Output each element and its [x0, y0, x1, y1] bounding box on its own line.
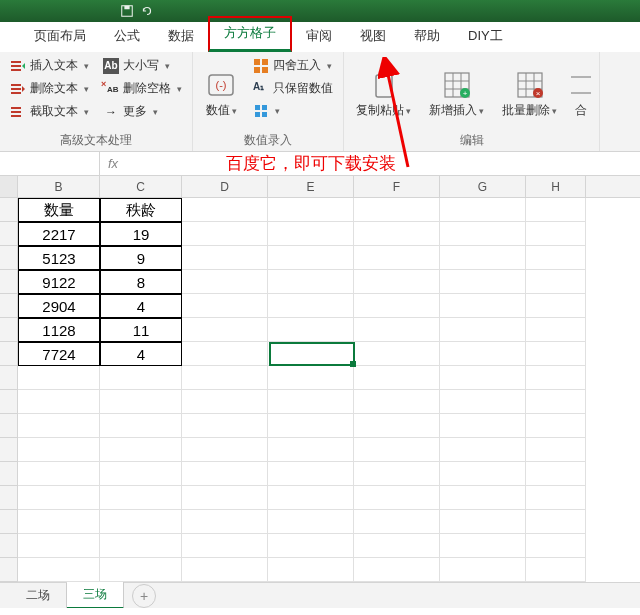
cell[interactable]: [182, 366, 268, 390]
row-header[interactable]: [0, 414, 18, 438]
batch-delete-button[interactable]: × 批量删除: [498, 56, 561, 130]
col-header[interactable]: H: [526, 176, 586, 197]
cell[interactable]: [182, 558, 268, 582]
new-insert-button[interactable]: + 新增插入: [425, 56, 488, 130]
cell[interactable]: [354, 294, 440, 318]
cell[interactable]: [18, 510, 100, 534]
cell[interactable]: [440, 342, 526, 366]
cell[interactable]: [18, 414, 100, 438]
cell[interactable]: 2217: [18, 222, 100, 246]
copy-paste-button[interactable]: 复制粘贴: [352, 56, 415, 130]
cell[interactable]: [526, 198, 586, 222]
cell[interactable]: [440, 198, 526, 222]
cell[interactable]: [268, 414, 354, 438]
cell[interactable]: [526, 318, 586, 342]
cell[interactable]: [526, 342, 586, 366]
merge-button[interactable]: 合: [571, 56, 591, 130]
row-header[interactable]: [0, 486, 18, 510]
cell[interactable]: 数量: [18, 198, 100, 222]
cell[interactable]: [526, 414, 586, 438]
cell[interactable]: [526, 366, 586, 390]
cell[interactable]: [354, 270, 440, 294]
cell[interactable]: 8: [100, 270, 182, 294]
cell[interactable]: [182, 342, 268, 366]
cell[interactable]: [100, 534, 182, 558]
cell[interactable]: [100, 390, 182, 414]
cell[interactable]: [268, 534, 354, 558]
cell[interactable]: [526, 222, 586, 246]
cell[interactable]: [268, 222, 354, 246]
cell[interactable]: [182, 390, 268, 414]
cell[interactable]: [100, 366, 182, 390]
row-header[interactable]: [0, 198, 18, 222]
fx-label[interactable]: fx: [100, 156, 126, 171]
cell[interactable]: [354, 438, 440, 462]
cell[interactable]: 4: [100, 342, 182, 366]
tab-diy[interactable]: DIY工: [454, 21, 517, 52]
cell[interactable]: [354, 486, 440, 510]
cell[interactable]: 1128: [18, 318, 100, 342]
cell[interactable]: [354, 414, 440, 438]
row-header[interactable]: [0, 390, 18, 414]
tab-review[interactable]: 审阅: [292, 21, 346, 52]
sheet-tab-active[interactable]: 三场: [67, 582, 124, 608]
round-button[interactable]: 四舍五入: [251, 56, 335, 75]
tab-formula[interactable]: 公式: [100, 21, 154, 52]
cell[interactable]: [268, 294, 354, 318]
row-header[interactable]: [0, 534, 18, 558]
cell[interactable]: [182, 270, 268, 294]
cell[interactable]: 2904: [18, 294, 100, 318]
cell[interactable]: [354, 534, 440, 558]
cell[interactable]: [182, 534, 268, 558]
cell[interactable]: [354, 198, 440, 222]
cell[interactable]: [182, 294, 268, 318]
add-sheet-button[interactable]: +: [132, 584, 156, 608]
cell[interactable]: [268, 366, 354, 390]
case-button[interactable]: Ab 大小写: [101, 56, 184, 75]
numeric-value-button[interactable]: (-) 数值: [201, 56, 241, 130]
cell[interactable]: [526, 486, 586, 510]
spreadsheet-grid[interactable]: B C D E F G H 数量秩龄2217195123991228290441…: [0, 176, 640, 582]
delete-space-button[interactable]: ×AB 删除空格: [101, 79, 184, 98]
cell[interactable]: [268, 270, 354, 294]
cell[interactable]: [268, 462, 354, 486]
row-header[interactable]: [0, 558, 18, 582]
keep-number-button[interactable]: A₁ 只保留数值: [251, 79, 335, 98]
cell[interactable]: [440, 414, 526, 438]
cell[interactable]: 5123: [18, 246, 100, 270]
cell[interactable]: [268, 198, 354, 222]
cell[interactable]: 4: [100, 294, 182, 318]
cell[interactable]: [182, 222, 268, 246]
cell[interactable]: [268, 558, 354, 582]
cell[interactable]: [182, 438, 268, 462]
cell[interactable]: [440, 390, 526, 414]
cell[interactable]: [100, 462, 182, 486]
tab-view[interactable]: 视图: [346, 21, 400, 52]
cell[interactable]: 7724: [18, 342, 100, 366]
cell[interactable]: [18, 534, 100, 558]
cell[interactable]: [268, 438, 354, 462]
cell[interactable]: [354, 366, 440, 390]
name-box[interactable]: [0, 152, 100, 175]
cell[interactable]: [182, 462, 268, 486]
cell[interactable]: [440, 534, 526, 558]
cell[interactable]: [526, 558, 586, 582]
cell[interactable]: [440, 558, 526, 582]
col-header[interactable]: D: [182, 176, 268, 197]
cell[interactable]: [182, 246, 268, 270]
row-header[interactable]: [0, 246, 18, 270]
cell[interactable]: 19: [100, 222, 182, 246]
misc-numeric-button[interactable]: [251, 102, 335, 120]
undo-icon[interactable]: [140, 4, 154, 18]
cell[interactable]: 9: [100, 246, 182, 270]
cell[interactable]: [182, 414, 268, 438]
cell[interactable]: [100, 438, 182, 462]
cell[interactable]: [18, 486, 100, 510]
cell[interactable]: [18, 558, 100, 582]
cell[interactable]: [440, 270, 526, 294]
cell[interactable]: [526, 438, 586, 462]
cell[interactable]: [100, 486, 182, 510]
cell[interactable]: [526, 510, 586, 534]
tab-fanggezi[interactable]: 方方格子: [208, 16, 292, 52]
cell[interactable]: [268, 318, 354, 342]
